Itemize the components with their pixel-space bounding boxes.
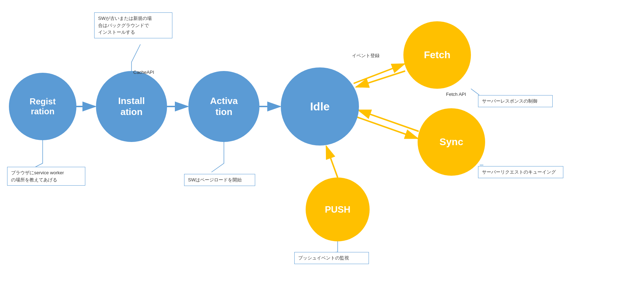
activation-callout-text: SWはページロードを開始 xyxy=(188,177,242,182)
activation-label: Activation xyxy=(210,95,238,117)
registration-callout: ブラウザにservice workerの場所を教えてあげる xyxy=(7,167,85,186)
svg-line-7 xyxy=(356,71,405,87)
fetch-callout: サーバーレスポンスの制御 xyxy=(478,95,553,107)
svg-line-6 xyxy=(354,64,404,83)
sync-node: Sync xyxy=(418,108,485,176)
fetch-node: Fetch xyxy=(403,21,471,89)
registration-label: Registration xyxy=(29,97,55,116)
svg-line-10 xyxy=(326,146,338,177)
sync-callout: サーバーリクエストのキューイング xyxy=(478,166,563,178)
event-register-label: イベント登録 xyxy=(352,53,380,59)
push-node: PUSH xyxy=(306,177,370,241)
idle-node: Idle xyxy=(281,67,359,146)
installation-callout: SWが古いまたは新規の場合はバックグラウンドでインストールする xyxy=(94,12,172,38)
idle-label: Idle xyxy=(310,100,329,113)
registration-callout-text: ブラウザにservice workerの場所を教えてあげる xyxy=(11,170,64,182)
fetch-callout-text: サーバーレスポンスの制御 xyxy=(482,98,537,104)
sync-label: Sync xyxy=(440,136,463,148)
fetch-api-label: Fetch API xyxy=(446,92,466,97)
registration-node: Registration xyxy=(9,73,76,140)
installation-node: Installation xyxy=(96,71,167,142)
sync-callout-text: サーバーリクエストのキューイング xyxy=(482,169,556,175)
svg-line-9 xyxy=(358,110,419,131)
push-callout-text: プッシュイベントの監視 xyxy=(298,255,349,261)
cache-api-label: CacheAPI xyxy=(133,70,154,75)
installation-label: Installation xyxy=(118,95,145,117)
push-callout: プッシュイベントの監視 xyxy=(294,252,369,264)
activation-node: Activation xyxy=(188,71,259,142)
fetch-label: Fetch xyxy=(424,49,451,61)
push-label: PUSH xyxy=(325,204,350,215)
diagram-container: Registration Installation Activation Idl… xyxy=(0,0,644,301)
activation-callout: SWはページロードを開始 xyxy=(184,174,255,186)
svg-line-8 xyxy=(357,117,418,138)
installation-callout-text: SWが古いまたは新規の場合はバックグラウンドでインストールする xyxy=(98,16,152,35)
